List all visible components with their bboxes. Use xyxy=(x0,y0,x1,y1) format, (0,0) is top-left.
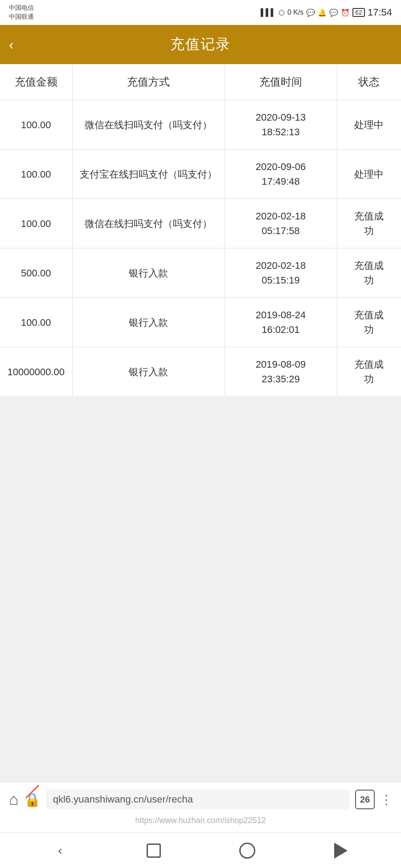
chevron-left-icon: ‹ xyxy=(58,844,62,858)
col-header-amount: 充值金额 xyxy=(0,64,72,100)
carrier2: 中国联通 xyxy=(9,12,34,21)
cell-status: 充值成功 xyxy=(337,248,401,298)
cell-time: 2020-09-1318:52:13 xyxy=(225,100,337,150)
cell-method: 银行入款 xyxy=(72,298,225,347)
cell-status: 充值成功 xyxy=(337,298,401,347)
signal-icon: ▌▌▌ xyxy=(261,8,276,16)
nav-forward-button[interactable] xyxy=(327,837,354,864)
cell-method: 银行入款 xyxy=(72,347,225,397)
cell-amount: 100.00 xyxy=(0,150,72,199)
carrier-info: 中国电信 中国联通 xyxy=(9,4,34,21)
table-row: 500.00银行入款2020-02-1805:15:19充值成功 xyxy=(0,248,401,298)
clock-time: 17:54 xyxy=(368,7,392,18)
wechat-icon: 💬 xyxy=(306,8,315,17)
col-header-time: 充值时间 xyxy=(225,64,337,100)
status-right: ▌▌▌ ⬡ 0 K/s 💬 🔔 💬 ⏰ 62 17:54 xyxy=(261,7,392,18)
carrier1: 中国电信 xyxy=(9,4,34,12)
cell-time: 2020-09-0617:49:48 xyxy=(225,150,337,199)
page-title: 充值记录 xyxy=(170,35,231,54)
cell-time: 2020-02-1805:17:58 xyxy=(225,199,337,248)
recharge-table-container: 充值金额 充值方式 充值时间 状态 100.00微信在线扫吗支付（吗支付）202… xyxy=(0,64,401,396)
menu-icon[interactable]: ⋮ xyxy=(380,792,392,807)
network-speed: 0 K/s xyxy=(287,8,303,16)
url-hint: https://www.huzhan.com/ishop22512 xyxy=(9,814,392,828)
col-header-status: 状态 xyxy=(337,64,401,100)
url-bar[interactable]: qkl6.yuanshiwang.cn/user/recha xyxy=(46,789,350,810)
cell-time: 2019-08-0923:35:29 xyxy=(225,347,337,397)
home-icon[interactable]: ⌂ xyxy=(9,790,19,809)
table-row: 100.00微信在线扫吗支付（吗支付）2020-09-1318:52:13处理中 xyxy=(0,100,401,150)
cell-amount: 100.00 xyxy=(0,199,72,248)
cell-amount: 100.00 xyxy=(0,298,72,347)
cell-method: 银行入款 xyxy=(72,248,225,298)
cell-status: 处理中 xyxy=(337,150,401,199)
battery-level: 62 xyxy=(352,8,365,17)
tab-count-badge[interactable]: 26 xyxy=(355,790,375,809)
triangle-icon xyxy=(334,843,348,859)
browser-toolbar: ⌂ 🔒 qkl6.yuanshiwang.cn/user/recha 26 ⋮ xyxy=(9,789,392,810)
circle-icon xyxy=(239,843,255,859)
lock-icon: 🔒 xyxy=(24,792,41,807)
table-row: 100.00微信在线扫吗支付（吗支付）2020-02-1805:17:58充值成… xyxy=(0,199,401,248)
alarm-icon: ⏰ xyxy=(341,8,350,17)
cell-method: 微信在线扫吗支付（吗支付） xyxy=(72,100,225,150)
bell-icon: 🔔 xyxy=(318,8,327,17)
cell-method: 微信在线扫吗支付（吗支付） xyxy=(72,199,225,248)
cell-amount: 10000000.00 xyxy=(0,347,72,397)
wifi-icon: ⬡ xyxy=(278,8,285,17)
cell-method: 支付宝在线扫吗支付（吗支付） xyxy=(72,150,225,199)
bottom-navigation: ‹ xyxy=(0,832,401,868)
col-header-method: 充值方式 xyxy=(72,64,225,100)
table-row: 100.00支付宝在线扫吗支付（吗支付）2020-09-0617:49:48处理… xyxy=(0,150,401,199)
empty-content-area xyxy=(0,396,401,782)
wechat2-icon: 💬 xyxy=(329,8,338,17)
back-button[interactable]: ‹ xyxy=(9,37,14,52)
square-icon xyxy=(147,844,161,858)
table-row: 10000000.00银行入款2019-08-0923:35:29充值成功 xyxy=(0,347,401,397)
cell-time: 2020-02-1805:15:19 xyxy=(225,248,337,298)
browser-bar: ⌂ 🔒 qkl6.yuanshiwang.cn/user/recha 26 ⋮ … xyxy=(0,782,401,832)
page-header: ‹ 充值记录 xyxy=(0,25,401,64)
table-row: 100.00银行入款2019-08-2416:02:01充值成功 xyxy=(0,298,401,347)
cell-status: 充值成功 xyxy=(337,199,401,248)
cell-time: 2019-08-2416:02:01 xyxy=(225,298,337,347)
table-header-row: 充值金额 充值方式 充值时间 状态 xyxy=(0,64,401,100)
recharge-table: 充值金额 充值方式 充值时间 状态 100.00微信在线扫吗支付（吗支付）202… xyxy=(0,64,401,396)
status-bar: 中国电信 中国联通 ▌▌▌ ⬡ 0 K/s 💬 🔔 💬 ⏰ 62 17:54 xyxy=(0,0,401,25)
nav-back-button[interactable]: ‹ xyxy=(47,837,74,864)
nav-square-button[interactable] xyxy=(140,837,167,864)
cell-status: 充值成功 xyxy=(337,347,401,397)
cell-amount: 100.00 xyxy=(0,100,72,150)
cell-amount: 500.00 xyxy=(0,248,72,298)
nav-home-button[interactable] xyxy=(234,837,261,864)
cell-status: 处理中 xyxy=(337,100,401,150)
